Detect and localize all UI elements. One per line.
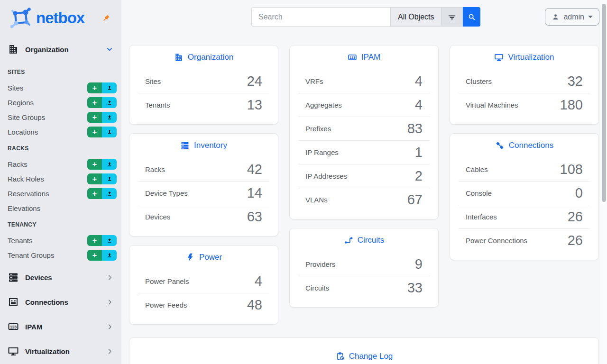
add-button[interactable]: + (87, 173, 102, 184)
import-button[interactable] (102, 173, 117, 184)
stat-label[interactable]: Devices (145, 213, 170, 221)
stat-label[interactable]: VLANs (305, 196, 328, 204)
stat-value[interactable]: 32 (568, 74, 583, 88)
stat-label[interactable]: Console (466, 189, 492, 197)
sidebar-item-locations[interactable]: Locations + (0, 125, 121, 139)
stat-label[interactable]: Cables (466, 165, 488, 173)
sidebar-item-rack-roles[interactable]: Rack Roles + (0, 172, 121, 186)
username: admin (563, 13, 584, 21)
stat-value[interactable]: 26 (568, 210, 583, 224)
user-menu-button[interactable]: admin (545, 8, 599, 26)
import-button[interactable] (102, 188, 117, 199)
stat-label[interactable]: Power Panels (145, 277, 189, 285)
card-title-organization[interactable]: Organization (138, 46, 269, 69)
add-button[interactable]: + (87, 127, 102, 137)
pin-icon[interactable] (101, 14, 110, 22)
import-button[interactable] (102, 112, 117, 123)
stat-value[interactable]: 1 (415, 146, 423, 159)
stat-value[interactable]: 63 (247, 210, 262, 224)
stat-value[interactable]: 180 (560, 98, 583, 112)
stat-value[interactable]: 13 (247, 98, 262, 112)
stat-label[interactable]: Power Connections (466, 237, 527, 245)
import-button[interactable] (102, 235, 117, 246)
add-button[interactable]: + (87, 82, 102, 93)
add-button[interactable]: + (87, 235, 102, 246)
card-title-inventory[interactable]: Inventory (138, 134, 269, 157)
stat-value[interactable]: 48 (247, 298, 262, 312)
search-button[interactable] (463, 7, 480, 27)
card-title-power[interactable]: Power (138, 246, 269, 269)
stat-label[interactable]: Clusters (466, 77, 492, 85)
sidebar-item-regions[interactable]: Regions + (0, 95, 121, 110)
scrollbar-thumb[interactable] (602, 4, 606, 202)
stat-value[interactable]: 26 (568, 234, 583, 247)
building-icon (8, 44, 19, 55)
stat-label[interactable]: Tenants (145, 101, 170, 109)
sidebar-item-organization[interactable]: Organization (0, 43, 121, 56)
sidebar-item-sites[interactable]: Sites + (0, 81, 121, 95)
card-title-connections[interactable]: Connections (459, 134, 590, 157)
sidebar-item-tenants[interactable]: Tenants + (0, 233, 121, 248)
dashboard-column-1: Organization Sites 24 Tenants 13 Invento… (129, 45, 278, 333)
add-button[interactable]: + (87, 112, 102, 123)
card-title-virtualization[interactable]: Virtualization (459, 46, 590, 69)
card-title-ipam[interactable]: IPAM (298, 46, 430, 69)
stat-value[interactable]: 2 (415, 169, 423, 183)
stat-value[interactable]: 24 (247, 74, 262, 88)
stat-value[interactable]: 42 (247, 163, 262, 176)
stat-value[interactable]: 4 (415, 98, 423, 112)
import-button[interactable] (102, 82, 117, 93)
sidebar-item-elevations[interactable]: Elevations (0, 201, 121, 216)
sidebar-item-racks[interactable]: Racks + (0, 157, 121, 172)
upload-icon (106, 161, 113, 168)
sidebar-item-reservations[interactable]: Reservations + (0, 186, 121, 201)
upload-icon (106, 85, 113, 91)
add-button[interactable]: + (87, 159, 102, 170)
stat-label[interactable]: Circuits (305, 284, 329, 292)
add-button[interactable]: + (87, 188, 102, 199)
sidebar-item-site-groups[interactable]: Site Groups + (0, 110, 121, 125)
stat-label[interactable]: Racks (145, 165, 165, 173)
stat-label[interactable]: Device Types (145, 189, 188, 197)
stat-value[interactable]: 4 (415, 74, 423, 88)
sidebar-item-virtualization[interactable]: Virtualization (0, 339, 121, 364)
circuit-icon (344, 236, 353, 245)
stat-label[interactable]: IP Addresses (305, 172, 347, 180)
stat-value[interactable]: 0 (575, 186, 583, 200)
upload-icon (106, 252, 113, 259)
filter-button[interactable] (441, 7, 463, 27)
stat-value[interactable]: 83 (407, 122, 423, 136)
stat-label[interactable]: Power Feeds (145, 301, 187, 309)
sidebar-item-devices[interactable]: Devices (0, 265, 121, 290)
stat-row: Aggregates 4 (298, 93, 430, 117)
stat-value[interactable]: 108 (560, 163, 583, 176)
sidebar-item-ipam[interactable]: IPAM (0, 314, 121, 339)
stat-value[interactable]: 14 (247, 186, 262, 200)
stat-value[interactable]: 67 (407, 193, 423, 207)
card-title-circuits[interactable]: Circuits (298, 228, 430, 252)
stat-row: Sites 24 (138, 69, 269, 93)
stat-label[interactable]: Aggregates (305, 101, 342, 109)
stat-label[interactable]: IP Ranges (305, 148, 339, 156)
import-button[interactable] (102, 97, 117, 108)
stat-label[interactable]: VRFs (305, 77, 323, 85)
stat-label[interactable]: Interfaces (466, 213, 497, 221)
add-button[interactable]: + (87, 250, 102, 261)
add-button[interactable]: + (87, 97, 102, 108)
stat-label[interactable]: Virtual Machines (466, 101, 518, 109)
stat-value[interactable]: 33 (407, 281, 423, 295)
stat-label[interactable]: Providers (305, 260, 335, 268)
sidebar-item-tenant-groups[interactable]: Tenant Groups + (0, 248, 121, 263)
stat-label[interactable]: Sites (145, 77, 161, 85)
stat-label[interactable]: Prefixes (305, 125, 331, 133)
stat-value[interactable]: 4 (255, 274, 262, 288)
import-button[interactable] (102, 159, 117, 170)
search-input[interactable] (251, 7, 390, 27)
stat-value[interactable]: 9 (415, 257, 423, 271)
card-title-changelog[interactable]: Change Log (129, 345, 598, 364)
search-scope-button[interactable]: All Objects (390, 7, 441, 27)
sidebar-item-connections[interactable]: Connections (0, 290, 121, 314)
import-button[interactable] (102, 250, 117, 261)
import-button[interactable] (102, 127, 117, 137)
netbox-logo[interactable]: netbox (8, 6, 114, 30)
